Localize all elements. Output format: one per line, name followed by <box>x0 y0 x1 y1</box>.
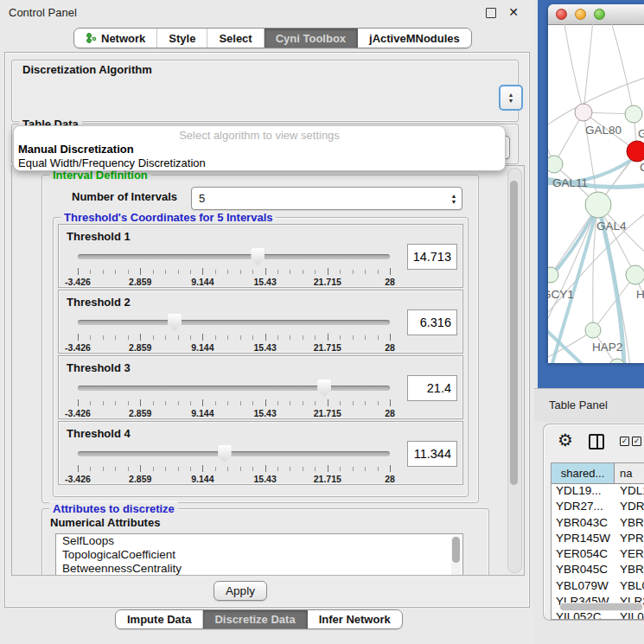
checkbox-icon[interactable]: ✓ <box>632 437 641 446</box>
tab-impute-data[interactable]: Impute Data <box>116 610 203 628</box>
algorithm-combo[interactable]: ▲▼ <box>499 85 523 111</box>
slider-tick-labels: -3.4262.8599.14415.4321.71528 <box>78 408 390 418</box>
numerical-attributes-list[interactable]: SelfLoopsTopologicalCoefficientBetweenne… <box>55 533 463 576</box>
slider-ticks <box>78 334 390 341</box>
network-node[interactable] <box>625 105 642 123</box>
table-row[interactable]: YDL19...YDL1 <box>552 484 644 500</box>
apply-button[interactable]: Apply <box>214 581 267 601</box>
cell-name: YDR2 <box>615 500 644 515</box>
cell-shared-name: YBR043C <box>552 516 615 532</box>
threshold-value-field[interactable] <box>407 244 457 270</box>
cell-name: YER0 <box>615 547 644 563</box>
slider-track[interactable] <box>78 254 390 259</box>
threshold-slider[interactable]: -3.4262.8599.14415.4321.71528 <box>78 247 390 285</box>
slider-ticks <box>78 399 390 407</box>
dropdown-option[interactable]: Manual Discretization <box>14 143 505 156</box>
group-title: Threshold's Coordinates for 5 Intervals <box>61 211 276 224</box>
table-row[interactable]: YDR27...YDR2 <box>552 500 644 515</box>
column-header-name[interactable]: na <box>615 463 644 483</box>
network-node[interactable] <box>627 141 644 162</box>
slider-ticks <box>78 465 390 473</box>
table-row[interactable]: YBR045CYBR0 <box>552 563 644 578</box>
table-row[interactable]: YBL079WYBL0 <box>552 579 644 595</box>
tab-network[interactable]: Network <box>74 29 157 48</box>
float-panel-icon[interactable] <box>486 8 496 18</box>
close-window-icon[interactable] <box>556 9 567 20</box>
cell-shared-name: YER054C <box>552 547 615 563</box>
slider-thumb[interactable] <box>317 379 331 397</box>
attribute-list-item[interactable]: SelfLoops <box>56 534 462 548</box>
zoom-window-icon[interactable] <box>594 9 605 20</box>
network-node[interactable] <box>548 156 563 173</box>
threshold-value-field[interactable] <box>407 441 457 467</box>
node-label: C <box>640 161 644 174</box>
tab-style[interactable]: Style <box>157 29 207 48</box>
network-edge[interactable] <box>610 24 634 114</box>
dropdown-option[interactable]: Equal Width/Frequency Discretization <box>14 156 505 170</box>
split-columns-icon[interactable] <box>589 434 604 450</box>
attribute-list-item[interactable]: TopologicalCoefficient <box>56 548 462 562</box>
table-row[interactable]: YIL052CYIL0 <box>552 610 644 620</box>
network-view-frame: GAL80GACGAL11GAL4GCY1HHAP2 <box>538 0 644 388</box>
threshold-panel: Threshold 2-3.4262.8599.14415.4321.71528 <box>58 290 463 354</box>
minimize-window-icon[interactable] <box>575 9 586 20</box>
network-node[interactable] <box>585 192 611 218</box>
tab-discretize-data[interactable]: Discretize Data <box>203 610 307 628</box>
attribute-list-item[interactable]: BetweennessCentrality <box>56 562 462 576</box>
group-title: Attributes to discretize <box>49 502 178 515</box>
settings-scrollbar[interactable] <box>507 168 522 573</box>
threshold-label: Threshold 1 <box>67 230 131 243</box>
gear-icon[interactable]: ⚙ <box>558 431 573 449</box>
threshold-slider[interactable]: -3.4262.8599.14415.4321.71528 <box>78 379 390 417</box>
number-of-intervals-label: Number of Intervals <box>72 190 177 203</box>
node-table: shared... na YDL19...YDL1YDR27...YDR2YBR… <box>551 462 644 620</box>
network-node[interactable] <box>626 265 644 284</box>
tab-infer-network[interactable]: Infer Network <box>308 610 402 628</box>
attributes-group: Attributes to discretize Numerical Attri… <box>41 508 489 576</box>
node-label: HAP2 <box>592 341 622 354</box>
network-node[interactable] <box>575 104 592 121</box>
slider-track[interactable] <box>78 386 390 391</box>
slider-tick-labels: -3.4262.8599.14415.4321.71528 <box>78 277 390 286</box>
numerical-attributes-label: Numerical Attributes <box>50 516 160 529</box>
cell-shared-name: YIL052C <box>552 610 615 620</box>
slider-tick-labels: -3.4262.8599.14415.4321.71528 <box>78 474 390 483</box>
control-panel-tabbar: NetworkStyleSelectCyni ToolboxjActiveMNo… <box>73 28 472 48</box>
slider-track[interactable] <box>78 320 390 325</box>
threshold-slider[interactable]: -3.4262.8599.14415.4321.71528 <box>78 444 390 482</box>
number-of-intervals-combo[interactable]: 5 ▲▼ <box>191 187 462 210</box>
network-canvas[interactable]: GAL80GACGAL11GAL4GCY1HHAP2 <box>548 24 644 363</box>
horizontal-scrollbar[interactable] <box>559 603 644 611</box>
table-header-row: shared... na <box>552 463 644 484</box>
network-window-titlebar[interactable] <box>548 4 644 25</box>
column-header-shared-name[interactable]: shared... <box>552 463 615 483</box>
slider-thumb[interactable] <box>168 314 182 331</box>
tab-jactivemnodules[interactable]: jActiveMNodules <box>358 29 471 48</box>
slider-track[interactable] <box>78 451 390 456</box>
cell-shared-name: YDL19... <box>552 484 615 500</box>
threshold-panel: Threshold 1-3.4262.8599.14415.4321.71528 <box>58 224 463 288</box>
network-node[interactable] <box>585 322 601 338</box>
control-panel: Control Panel ✕ NetworkStyleSelectCyni T… <box>0 0 534 644</box>
table-panel: ⚙ ✓ ✓ shared... na YDL19...YDL1YDR27...Y… <box>543 424 644 621</box>
slider-thumb[interactable] <box>218 445 232 462</box>
threshold-value-field[interactable] <box>407 375 457 401</box>
network-edge-highlighted[interactable] <box>552 205 598 363</box>
tab-cyni-toolbox[interactable]: Cyni Toolbox <box>265 29 358 48</box>
table-row[interactable]: YER054CYER0 <box>552 547 644 563</box>
threshold-value-field[interactable] <box>407 309 457 335</box>
network-edge[interactable] <box>548 205 598 328</box>
threshold-slider[interactable]: -3.4262.8599.14415.4321.71528 <box>78 313 390 351</box>
checkbox-icon[interactable]: ✓ <box>620 437 629 446</box>
cell-shared-name: YDR27... <box>552 500 615 515</box>
network-edge[interactable] <box>564 24 583 112</box>
table-row[interactable]: YBR043CYBR0 <box>552 516 644 532</box>
slider-thumb[interactable] <box>251 248 265 265</box>
list-scrollbar[interactable] <box>451 536 461 576</box>
tab-select[interactable]: Select <box>207 29 264 48</box>
group-title: Discretization Algorithm <box>19 63 156 76</box>
table-row[interactable]: YPR145WYPR1 <box>552 532 644 547</box>
cell-shared-name: YBR045C <box>552 563 615 578</box>
node-label: H <box>636 288 644 301</box>
close-icon[interactable]: ✕ <box>508 5 519 19</box>
